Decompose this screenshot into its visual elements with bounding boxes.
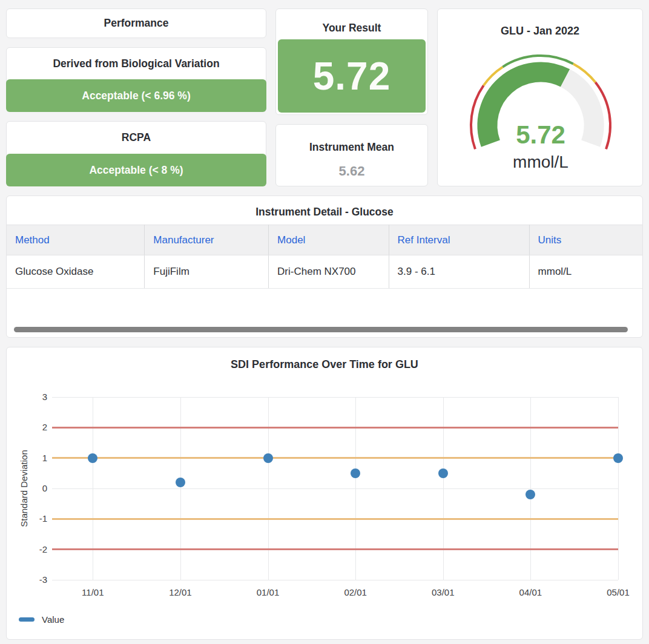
- legend-value-dash: [19, 617, 35, 622]
- bio-variation-card: Derived from Biological Variation Accept…: [6, 47, 266, 112]
- instrument-mean-label: Instrument Mean: [276, 125, 427, 154]
- data-point-05/01[interactable]: [613, 453, 623, 463]
- limit-line-2: [52, 427, 618, 429]
- your-result-card: Your Result 5.72: [275, 8, 428, 115]
- v-gridline-4: [443, 397, 444, 580]
- h-gridline-3: [52, 397, 618, 398]
- data-point-02/01[interactable]: [351, 468, 360, 478]
- gauge-card: GLU - Jan 2022 5.72 mmol/L: [437, 8, 643, 186]
- x-tick-label-2: 01/01: [244, 587, 292, 597]
- v-gridline-3: [355, 397, 356, 580]
- y-tick-label-2: 2: [7, 422, 47, 432]
- your-result-title: Your Result: [276, 9, 427, 36]
- table-cell: Glucose Oxidase: [7, 255, 145, 289]
- table-cell: 3.9 - 6.1: [389, 255, 529, 289]
- gauge-chart: 5.72 mmol/L: [438, 9, 644, 186]
- y-tick-label--1: -1: [7, 513, 47, 524]
- instrument-mean-value: 5.62: [276, 163, 427, 179]
- instrument-detail-title: Instrument Detail - Glucose: [7, 196, 642, 225]
- bio-variation-label: Derived from Biological Variation: [7, 48, 266, 79]
- data-point-11/01[interactable]: [88, 453, 97, 463]
- v-gridline-2: [268, 397, 269, 580]
- data-point-04/01[interactable]: [525, 490, 535, 499]
- x-tick-label-3: 02/01: [331, 587, 380, 597]
- legend-value-label: Value: [42, 614, 64, 625]
- column-header-ref-interval[interactable]: Ref Interval: [389, 225, 529, 255]
- column-header-manufacturer[interactable]: Manufacturer: [145, 225, 269, 255]
- performance-title: Performance: [104, 17, 169, 30]
- dashboard: Performance Derived from Biological Vari…: [0, 0, 649, 640]
- column-header-model[interactable]: Model: [269, 225, 389, 255]
- y-tick-label--2: -2: [7, 544, 47, 554]
- scrollbar-thumb[interactable]: [14, 327, 628, 332]
- gauge-value: 5.72: [516, 120, 565, 149]
- sdi-chart-card: SDI Performance Over Time for GLU Standa…: [6, 347, 643, 640]
- gauge-units: mmol/L: [513, 153, 568, 171]
- y-tick-label-3: 3: [7, 392, 47, 402]
- gauge-track-arc: [565, 78, 594, 143]
- instrument-detail-table: MethodManufacturerModelRef IntervalUnits…: [7, 225, 642, 289]
- sdi-plot-area: [52, 397, 618, 580]
- rcpa-status-badge: Acceptable (< 8 %): [6, 154, 266, 186]
- y-tick-label-1: 1: [7, 453, 47, 463]
- performance-column: Performance Derived from Biological Vari…: [6, 8, 266, 186]
- instrument-detail-card: Instrument Detail - Glucose MethodManufa…: [6, 196, 643, 338]
- instrument-mean-card: Instrument Mean 5.62: [275, 124, 428, 186]
- column-header-method[interactable]: Method: [7, 225, 145, 255]
- top-panels: Performance Derived from Biological Vari…: [6, 8, 643, 186]
- y-tick-label--3: -3: [7, 574, 47, 585]
- limit-line-1: [52, 457, 618, 459]
- limit-line--1: [52, 518, 618, 520]
- table-cell: Dri-Chem NX700: [269, 255, 389, 289]
- v-gridline-1: [180, 397, 181, 580]
- rcpa-card: RCPA Acceptable (< 8 %): [6, 121, 266, 186]
- performance-header-card: Performance: [6, 8, 266, 38]
- rcpa-label: RCPA: [7, 122, 266, 153]
- result-column: Your Result 5.72 Instrument Mean 5.62: [275, 8, 428, 186]
- column-header-units[interactable]: Units: [529, 225, 642, 255]
- table-row: Glucose OxidaseFujiFilmDri-Chem NX7003.9…: [7, 255, 642, 289]
- x-tick-label-1: 12/01: [156, 587, 205, 597]
- h-gridline-0: [52, 488, 618, 489]
- y-tick-label-0: 0: [7, 483, 47, 493]
- limit-line--2: [52, 548, 618, 550]
- x-tick-label-5: 04/01: [506, 587, 555, 597]
- chart-legend[interactable]: Value: [19, 614, 64, 625]
- data-point-12/01[interactable]: [176, 478, 185, 487]
- data-point-01/01[interactable]: [263, 453, 273, 463]
- table-cell: mmol/L: [529, 255, 642, 289]
- x-tick-label-4: 03/01: [419, 587, 467, 597]
- data-point-03/01[interactable]: [438, 468, 448, 478]
- x-tick-label-6: 05/01: [594, 587, 642, 597]
- v-gridline-6: [618, 397, 619, 580]
- table-cell: FujiFilm: [145, 255, 269, 289]
- result-value-box: 5.72: [278, 39, 426, 113]
- h-gridline--3: [52, 580, 618, 580]
- bio-variation-status-badge: Acceptable (< 6.96 %): [6, 79, 266, 112]
- v-gridline-0: [93, 397, 93, 580]
- sdi-chart-title: SDI Performance Over Time for GLU: [7, 347, 642, 371]
- table-horizontal-scrollbar: [14, 327, 634, 332]
- x-tick-label-0: 11/01: [68, 587, 117, 597]
- v-gridline-5: [530, 397, 531, 580]
- gauge-column: GLU - Jan 2022 5.72 mmol/L: [437, 8, 643, 186]
